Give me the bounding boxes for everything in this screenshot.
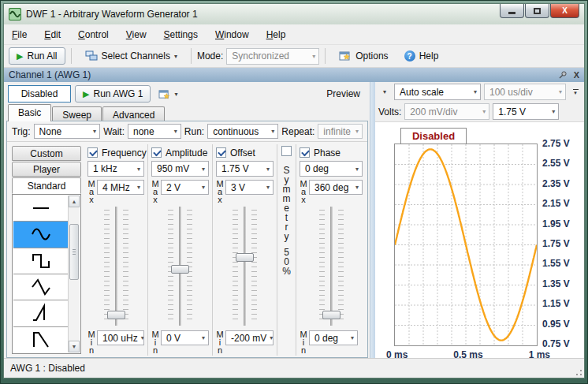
- tab-advanced[interactable]: Advanced: [102, 106, 165, 121]
- offset-max-combo[interactable]: 3 V▾: [225, 180, 274, 195]
- select-channels-button[interactable]: Select Channels ▾: [77, 47, 185, 65]
- menu-settings[interactable]: Settings: [164, 29, 198, 40]
- chevron-down-icon: ▾: [355, 184, 359, 191]
- title-bar: DWF 1 - Arbitrary Waveform Generator 1 X: [4, 4, 584, 24]
- waveform-preview-chart: Disabled 2.75 V2.55 V2.35 V2.15 V1.95 V1…: [375, 121, 584, 358]
- phase-max-combo[interactable]: 360 deg▾: [309, 180, 363, 195]
- standard-tab-button[interactable]: Standard: [12, 177, 81, 194]
- slider-handle[interactable]: [322, 311, 341, 319]
- chevron-down-icon: ▾: [174, 53, 177, 60]
- frequency-max-combo[interactable]: 4 MHz▾: [97, 180, 144, 195]
- scroll-down-icon[interactable]: ▼: [69, 341, 80, 352]
- symmetry-checkbox[interactable]: [281, 146, 292, 156]
- chevron-down-icon: ▾: [271, 128, 274, 135]
- toolbar-separator: [191, 48, 192, 64]
- autoscale-select[interactable]: Auto scale▾: [394, 84, 481, 100]
- phase-slider[interactable]: [300, 207, 363, 326]
- slider-handle[interactable]: [236, 253, 254, 262]
- chevron-down-icon: ▾: [266, 184, 270, 191]
- y-axis-labels: 2.75 V2.55 V2.35 V2.15 V1.95 V1.75 V1.55…: [542, 138, 570, 349]
- pin-icon[interactable]: [558, 70, 568, 80]
- mode-label: Mode:: [197, 50, 223, 62]
- toolbar-separator: [325, 48, 326, 64]
- slider-handle[interactable]: [171, 265, 189, 274]
- offset-checkbox[interactable]: [216, 147, 226, 158]
- menu-help[interactable]: Help: [266, 29, 286, 40]
- waveform-sine-item[interactable]: [13, 222, 68, 248]
- toolbar-separator: [71, 48, 72, 64]
- menu-edit[interactable]: Edit: [44, 29, 61, 40]
- tab-basic[interactable]: Basic: [8, 104, 51, 121]
- mode-select[interactable]: Synchronized▾: [226, 48, 319, 65]
- frequency-slider[interactable]: [87, 207, 144, 326]
- waveform-triangle-item[interactable]: [13, 274, 68, 300]
- run-select[interactable]: continuous▾: [207, 124, 278, 139]
- close-icon: X: [562, 6, 568, 15]
- square-waveform-icon: [29, 251, 53, 271]
- phase-checkbox[interactable]: [300, 147, 310, 158]
- panel-splitter[interactable]: [370, 82, 375, 358]
- y-axis-tick: 2.55 V: [542, 158, 570, 169]
- tab-sweep[interactable]: Sweep: [52, 106, 102, 121]
- y-axis-tick: 2.15 V: [542, 198, 570, 209]
- amplitude-min-combo[interactable]: 0 V▾: [161, 330, 209, 345]
- waveform-scrollbar[interactable]: ▲ ▼: [68, 196, 80, 352]
- offset-min-combo[interactable]: -200 mV▾: [225, 330, 274, 345]
- channels-icon: [85, 50, 98, 62]
- menu-file[interactable]: File: [12, 29, 27, 40]
- custom-tab-button[interactable]: Custom: [12, 146, 81, 161]
- plot-area: [394, 144, 538, 346]
- help-button[interactable]: ? Help: [396, 47, 447, 65]
- amplitude-slider[interactable]: [151, 207, 209, 326]
- phase-min-combo[interactable]: 0 deg▾: [309, 330, 358, 345]
- repeat-select[interactable]: infinite▾: [318, 124, 363, 139]
- scale-menu-icon[interactable]: ▾: [378, 84, 391, 99]
- phase-value-combo[interactable]: 0 deg▾: [300, 161, 363, 177]
- player-tab-button[interactable]: Player: [12, 162, 81, 177]
- options-icon: [158, 89, 170, 99]
- waveform-square-item[interactable]: [13, 248, 68, 274]
- waveform-ramp-down-item[interactable]: [13, 327, 68, 352]
- frequency-value-combo[interactable]: 1 kHz▾: [87, 161, 144, 177]
- menu-window[interactable]: Window: [215, 29, 249, 40]
- scroll-up-icon[interactable]: ▲: [69, 196, 80, 207]
- time-div-select[interactable]: 100 us/div▾: [484, 84, 566, 100]
- channel-state-button[interactable]: Disabled: [8, 85, 71, 103]
- resize-grip-icon[interactable]: [573, 367, 582, 376]
- run-awg-button[interactable]: ▶ Run AWG 1: [75, 85, 151, 103]
- close-channel-icon[interactable]: X: [574, 71, 579, 80]
- y-axis-tick: 1.75 V: [542, 238, 570, 249]
- min-label: Min: [216, 330, 224, 354]
- offset-value-combo[interactable]: 1.75 V▾: [216, 161, 274, 177]
- toolbar-overflow-icon[interactable]: ▾: [570, 84, 581, 100]
- amplitude-checkbox[interactable]: [151, 147, 162, 158]
- run-all-button[interactable]: ▶ Run All: [9, 47, 65, 65]
- wait-select[interactable]: none▾: [128, 124, 181, 139]
- slider-handle[interactable]: [107, 311, 125, 319]
- chevron-down-icon: ▾: [202, 184, 205, 191]
- waveform-ramp-up-item[interactable]: [13, 300, 68, 326]
- volts-label: Volts:: [378, 106, 401, 117]
- frequency-min-combo[interactable]: 100 uHz▾: [97, 330, 144, 345]
- menu-view[interactable]: View: [126, 29, 147, 40]
- volts-offset-select[interactable]: 1.75 V▾: [493, 103, 559, 120]
- close-button[interactable]: X: [550, 4, 579, 18]
- minimize-button[interactable]: [500, 4, 524, 18]
- waveform-dc-item[interactable]: [13, 196, 68, 222]
- trig-select[interactable]: None▾: [34, 124, 101, 139]
- volts-div-select[interactable]: 200 mV/div▾: [404, 103, 489, 120]
- frequency-checkbox[interactable]: [87, 147, 98, 158]
- amplitude-label: Amplitude: [166, 147, 207, 158]
- offset-slider[interactable]: [216, 207, 274, 326]
- status-bar: AWG 1 : Disabled: [4, 358, 584, 378]
- options-button[interactable]: Options: [331, 47, 396, 65]
- chevron-down-icon: ▾: [474, 88, 477, 95]
- amplitude-max-combo[interactable]: 2 V▾: [161, 180, 209, 195]
- menu-control[interactable]: Control: [78, 29, 109, 40]
- channel-options-button[interactable]: ▾: [154, 85, 181, 103]
- amplitude-value-combo[interactable]: 950 mV▾: [151, 161, 209, 177]
- y-axis-tick: 1.15 V: [542, 298, 570, 309]
- chevron-down-icon: ▾: [141, 334, 144, 341]
- maximize-button[interactable]: [525, 4, 549, 18]
- scrollbar-thumb[interactable]: [69, 224, 79, 281]
